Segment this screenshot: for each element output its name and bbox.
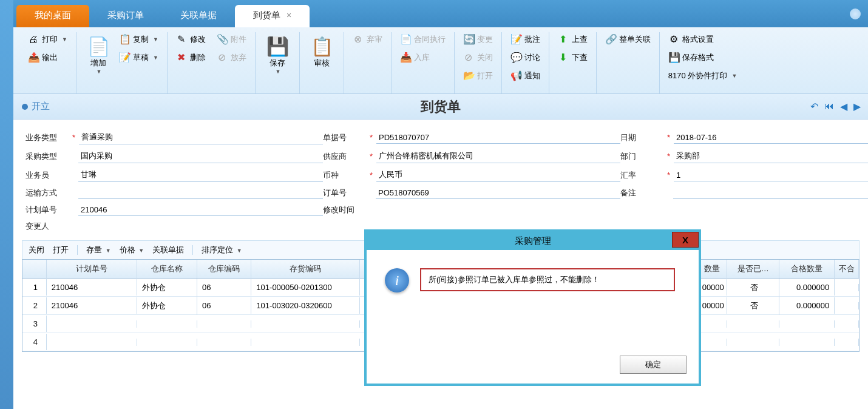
chevron-down-icon: ▼ bbox=[62, 36, 67, 42]
currency-field[interactable]: 人民币 bbox=[376, 168, 620, 182]
tab-arrival[interactable]: 到货单× bbox=[235, 5, 310, 27]
dept-field[interactable]: 采购部 bbox=[674, 149, 868, 163]
date-field[interactable]: 2018-07-16 bbox=[674, 132, 868, 144]
revert-icon[interactable]: ↶ bbox=[810, 101, 818, 112]
unaudit-icon: ⊗ bbox=[353, 34, 364, 45]
planno-label: 计划单号 bbox=[25, 204, 71, 215]
tab-desktop[interactable]: 我的桌面 bbox=[16, 5, 89, 27]
status-dot-icon bbox=[22, 104, 28, 110]
discuss-button[interactable]: 💬讨论 bbox=[507, 50, 544, 65]
contract-button: 📄合同执行 bbox=[396, 32, 449, 47]
modal-dialog: 采购管理 X i 所(间接)参照订单已被入库单参照过，不能删除！ 确定 bbox=[364, 229, 701, 386]
tab-close-icon[interactable]: × bbox=[287, 10, 291, 20]
open-icon: 📂 bbox=[463, 70, 474, 81]
transport-label: 运输方式 bbox=[25, 188, 71, 198]
modal-close-button[interactable]: X bbox=[672, 232, 699, 248]
audit-button[interactable]: 📋审核 bbox=[305, 32, 339, 72]
abandon-button: ⊘放弃 bbox=[213, 50, 250, 65]
bell-icon: 📢 bbox=[510, 70, 521, 81]
instore-button: 📥入库 bbox=[396, 50, 433, 65]
supplier-label: 供应商 bbox=[323, 151, 368, 162]
tab-arrival-label: 到货单 bbox=[253, 10, 280, 20]
wholelink-button[interactable]: 🔗整单关联 bbox=[602, 32, 654, 47]
rate-field[interactable]: 1 bbox=[674, 169, 868, 181]
draft-button[interactable]: 📝草稿▼ bbox=[115, 50, 162, 65]
export-button[interactable]: 📤输出 bbox=[24, 50, 61, 65]
dept-label: 部门 bbox=[620, 151, 666, 162]
col-rownum[interactable] bbox=[22, 260, 47, 278]
remark-field[interactable] bbox=[673, 187, 868, 199]
col-checked[interactable]: 是否已… bbox=[727, 260, 779, 278]
printer-icon: 🖨 bbox=[28, 34, 39, 45]
tab-related-doc[interactable]: 关联单据 bbox=[162, 5, 235, 27]
orderno-field[interactable]: PO518070569 bbox=[376, 187, 620, 199]
print-button[interactable]: 🖨打印▼ bbox=[24, 32, 71, 47]
chat-icon: 💬 bbox=[510, 52, 521, 63]
add-button[interactable]: 📄增加▼ bbox=[81, 32, 115, 78]
left-rail bbox=[0, 0, 13, 409]
col-bad[interactable]: 不合 bbox=[835, 260, 859, 278]
template-select[interactable]: 8170 外协件打印▼ bbox=[665, 69, 741, 83]
grid-open[interactable]: 打开 bbox=[53, 245, 69, 255]
grid-sort[interactable]: 排序定位 ▼ bbox=[202, 245, 242, 255]
rate-label: 汇率 bbox=[620, 170, 666, 181]
col-whcode[interactable]: 仓库编码 bbox=[197, 260, 251, 278]
col-plan[interactable]: 计划单号 bbox=[47, 260, 137, 278]
savefmt-button[interactable]: 💾保存格式 bbox=[665, 50, 717, 65]
biztype-field[interactable]: 普通采购 bbox=[79, 130, 323, 144]
col-invcode[interactable]: 存货编码 bbox=[251, 260, 360, 278]
docno-field[interactable]: PD518070707 bbox=[376, 132, 620, 144]
edit-button[interactable]: ✎修改 bbox=[172, 32, 209, 47]
notify-button[interactable]: 📢通知 bbox=[507, 69, 544, 83]
clerk-field[interactable]: 甘琳 bbox=[78, 168, 323, 182]
up-button[interactable]: ⬆上查 bbox=[554, 32, 591, 47]
tab-purchase-order[interactable]: 采购订单 bbox=[89, 5, 162, 27]
unaudit-button: ⊗弃审 bbox=[349, 32, 386, 47]
draft-icon: 📝 bbox=[119, 52, 130, 63]
paperclip-icon: 📎 bbox=[217, 34, 228, 45]
down-button[interactable]: ⬇下查 bbox=[554, 50, 591, 65]
delete-button[interactable]: ✖删除 bbox=[172, 50, 209, 65]
next-icon[interactable]: ▶ bbox=[853, 101, 861, 112]
planno-field[interactable]: 210046 bbox=[78, 204, 323, 216]
nav-controls: ↶ ⏮ ◀ ▶ bbox=[810, 101, 861, 112]
close-button: ⊘关闭 bbox=[459, 50, 497, 65]
modal-message: 所(间接)参照订单已被入库单参照过，不能删除！ bbox=[420, 268, 675, 291]
purchasetype-field[interactable]: 国内采购 bbox=[78, 149, 323, 163]
export-icon: 📤 bbox=[28, 52, 39, 63]
modal-ok-button[interactable]: 确定 bbox=[620, 356, 687, 374]
col-wh[interactable]: 仓库名称 bbox=[137, 260, 197, 278]
page-title: 到货单 bbox=[421, 98, 461, 116]
arrow-down-icon: ⬇ bbox=[558, 52, 569, 63]
purchasetype-label: 采购类型 bbox=[25, 151, 71, 162]
clerk-label: 业务员 bbox=[25, 170, 71, 181]
copy-icon: 📋 bbox=[119, 34, 130, 45]
currency-label: 币种 bbox=[323, 170, 368, 181]
contract-icon: 📄 bbox=[400, 34, 411, 45]
toolbar: 🖨打印▼ 📤输出 📄增加▼ 📋复制▼ 📝草稿▼ ✎修改📎附件 ✖删除⊘放弃 💾保… bbox=[13, 27, 868, 94]
link-icon: 🔗 bbox=[605, 34, 616, 45]
supplier-field[interactable]: 广州合锋精密机械有限公司 bbox=[376, 149, 620, 163]
grid-close[interactable]: 关闭 bbox=[29, 245, 44, 255]
prev-icon[interactable]: ◀ bbox=[840, 101, 847, 112]
smiley-icon[interactable] bbox=[850, 8, 861, 19]
pencil-icon: ✎ bbox=[176, 34, 187, 45]
attach-button: 📎附件 bbox=[213, 32, 250, 47]
grid-link[interactable]: 关联单据 bbox=[152, 245, 184, 255]
col-okqty[interactable]: 合格数量 bbox=[779, 260, 835, 278]
orderno-label: 订单号 bbox=[323, 188, 368, 198]
change-button: 🔄变更 bbox=[459, 32, 497, 47]
grid-price[interactable]: 价格 ▼ bbox=[120, 245, 144, 255]
changer-label: 变更人 bbox=[25, 221, 71, 232]
first-icon[interactable]: ⏮ bbox=[824, 101, 834, 112]
docno-label: 单据号 bbox=[323, 132, 368, 143]
grid-stock[interactable]: 存量 ▼ bbox=[86, 245, 111, 255]
fmtset-button[interactable]: ⚙格式设置 bbox=[665, 32, 717, 47]
approve-button[interactable]: 📝批注 bbox=[507, 32, 544, 47]
transport-field[interactable] bbox=[78, 187, 323, 199]
date-label: 日期 bbox=[620, 132, 666, 143]
open-button: 📂打开 bbox=[459, 69, 497, 83]
col-qty[interactable]: 数量 bbox=[697, 260, 728, 278]
copy-button[interactable]: 📋复制▼ bbox=[115, 32, 162, 47]
change-icon: 🔄 bbox=[463, 34, 474, 45]
